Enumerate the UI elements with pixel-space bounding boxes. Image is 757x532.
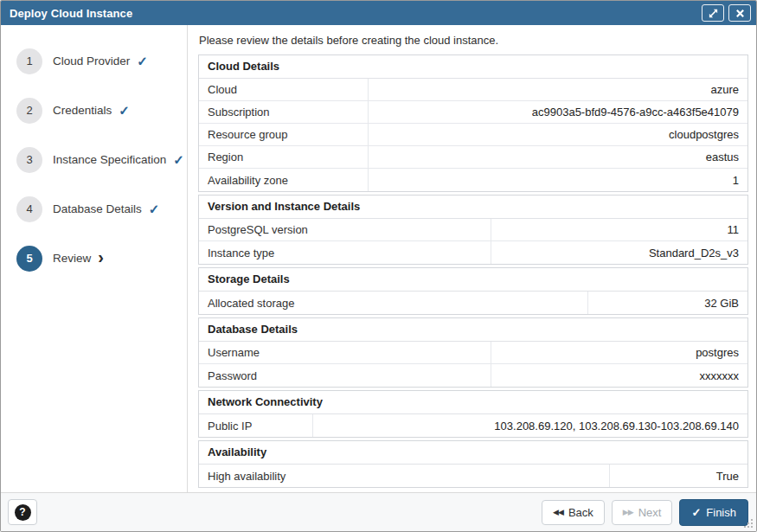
review-section: Version and Instance Details PostgreSQL … (198, 195, 748, 265)
review-row: Username postgres (199, 342, 747, 364)
finish-check-icon: ✓ (691, 507, 701, 518)
step-number-circle: 2 (16, 98, 42, 124)
step-check-icon: ✓ (137, 54, 148, 67)
review-section: Database Details Username postgres Passw… (198, 317, 748, 388)
next-button[interactable]: ▶▶ Next (612, 500, 673, 525)
wizard-step-database-details[interactable]: 4 Database Details ✓ (1, 184, 187, 234)
row-value: 1 (369, 169, 747, 191)
row-value: 11 (491, 219, 747, 240)
finish-button-label: Finish (706, 506, 736, 519)
row-value: postgres (491, 342, 747, 363)
row-label: High availability (199, 465, 610, 487)
review-intro-text: Please review the details before creatin… (199, 34, 748, 47)
row-label: Region (199, 146, 369, 168)
step-check-icon: ✓ (173, 153, 184, 166)
next-icon: ▶▶ (623, 509, 633, 516)
wizard-step-cloud-provider[interactable]: 1 Cloud Provider ✓ (1, 36, 187, 86)
row-value: 32 GiB (588, 292, 747, 314)
review-row: Resource group cloudpostgres (199, 124, 747, 146)
row-label: Password (199, 364, 491, 387)
section-title: Storage Details (199, 268, 747, 292)
review-section: Network Connectivity Public IP 103.208.6… (198, 390, 748, 438)
row-label: Public IP (199, 414, 313, 437)
maximize-button[interactable] (702, 4, 724, 22)
step-label: Credentials (53, 104, 112, 117)
review-panel: Please review the details before creatin… (188, 25, 756, 492)
row-value: eastus (369, 146, 747, 168)
review-row: Password xxxxxxx (199, 364, 747, 387)
back-button-label: Back (568, 506, 593, 519)
step-label: Review (53, 252, 91, 265)
wizard-steps: 1 Cloud Provider ✓ 2 Credentials ✓ 3 Ins… (1, 25, 188, 492)
review-sections: Cloud Details Cloud azure Subscription a… (198, 54, 748, 488)
step-label: Instance Specification (53, 153, 166, 166)
maximize-icon (708, 8, 719, 19)
review-row: Subscription ac9903a5-bfd9-4576-a9cc-a46… (199, 101, 747, 124)
row-value: cloudpostgres (369, 124, 747, 145)
step-label: Cloud Provider (53, 54, 130, 67)
step-number-circle: 3 (16, 147, 42, 173)
step-label: Database Details (53, 202, 142, 215)
row-value: Standard_D2s_v3 (491, 241, 747, 264)
wizard-step-credentials[interactable]: 2 Credentials ✓ (1, 86, 187, 135)
row-value: xxxxxxx (491, 364, 747, 387)
wizard-step-instance-specification[interactable]: 3 Instance Specification ✓ (1, 135, 187, 184)
resize-grip-icon[interactable] (744, 519, 754, 529)
row-value: azure (369, 79, 747, 100)
row-label: Cloud (199, 79, 369, 100)
row-label: Subscription (199, 101, 369, 123)
section-title: Network Connectivity (199, 391, 747, 414)
step-check-icon: ✓ (149, 202, 160, 215)
review-row: Allocated storage 32 GiB (199, 292, 747, 314)
step-chevron-icon: › (98, 248, 104, 266)
section-title: Availability (199, 441, 747, 465)
step-number-circle: 5 (16, 246, 42, 272)
row-value: ac9903a5-bfd9-4576-a9cc-a463f5e41079 (369, 101, 747, 123)
next-button-label: Next (638, 506, 662, 519)
step-number-circle: 1 (16, 48, 42, 74)
section-title: Database Details (199, 318, 747, 342)
review-section: Availability High availability True (198, 440, 748, 488)
row-label: PostgreSQL version (199, 219, 491, 240)
review-row: Region eastus (199, 146, 747, 169)
review-row: Public IP 103.208.69.120, 103.208.69.130… (199, 414, 747, 437)
help-button[interactable]: ? (8, 499, 37, 525)
section-title: Version and Instance Details (199, 195, 747, 219)
close-button[interactable] (728, 4, 751, 22)
row-label: Availability zone (199, 169, 369, 191)
row-label: Username (199, 342, 491, 363)
back-button[interactable]: ◀◀ Back (542, 500, 605, 525)
review-row: Instance type Standard_D2s_v3 (199, 241, 747, 264)
dialog-body: 1 Cloud Provider ✓ 2 Credentials ✓ 3 Ins… (1, 25, 756, 492)
review-row: Availability zone 1 (199, 169, 747, 191)
review-section: Cloud Details Cloud azure Subscription a… (198, 54, 748, 192)
deploy-cloud-instance-dialog: Deploy Cloud Instance 1 Cloud Provider ✓ (0, 0, 757, 532)
dialog-title: Deploy Cloud Instance (10, 7, 697, 20)
step-check-icon: ✓ (119, 104, 130, 117)
review-row: Cloud azure (199, 79, 747, 101)
row-label: Resource group (199, 124, 369, 145)
close-icon (735, 9, 745, 18)
section-title: Cloud Details (199, 55, 747, 79)
finish-button[interactable]: ✓ Finish (679, 499, 748, 526)
wizard-step-review[interactable]: 5 Review › (1, 234, 187, 283)
row-label: Instance type (199, 241, 491, 264)
row-label: Allocated storage (199, 292, 588, 314)
step-number-circle: 4 (16, 196, 42, 222)
review-row: High availability True (199, 465, 747, 487)
review-section: Storage Details Allocated storage 32 GiB (198, 267, 748, 315)
dialog-titlebar: Deploy Cloud Instance (1, 1, 756, 25)
row-value: True (610, 465, 747, 487)
row-value: 103.208.69.120, 103.208.69.130-103.208.6… (313, 414, 747, 437)
dialog-footer: ? ◀◀ Back ▶▶ Next ✓ Finish (1, 492, 756, 531)
help-icon: ? (15, 504, 31, 521)
back-icon: ◀◀ (553, 509, 563, 516)
review-row: PostgreSQL version 11 (199, 219, 747, 241)
